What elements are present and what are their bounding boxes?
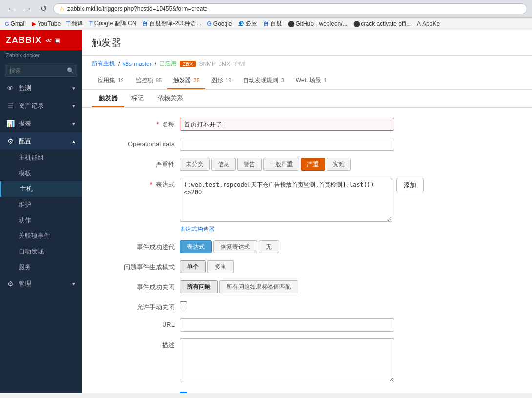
sidebar-item-reports[interactable]: 📊 报表 ▼: [0, 115, 82, 132]
reports-label: 报表: [19, 119, 31, 128]
breadcrumb-all-hosts[interactable]: 所有主机: [92, 60, 115, 68]
reload-button[interactable]: ↺: [38, 3, 49, 14]
config-icon: ⚙: [6, 137, 15, 145]
sev-warning[interactable]: 警告: [237, 158, 262, 171]
bookmark-translate[interactable]: T 翻译: [66, 20, 83, 28]
ipmi-badge: IPMI: [233, 61, 246, 67]
expression-row: * 表达式 (:web.test.rspcode[天下仓广告投放首页监测,首页检…: [97, 178, 517, 233]
ok-close-all[interactable]: 所有问题: [180, 280, 218, 293]
admin-arrow: ▼: [71, 281, 76, 287]
problem-single[interactable]: 单个: [180, 260, 206, 273]
sidebar-item-monitor[interactable]: 👁 监测 ▼: [0, 80, 82, 97]
monitor-icon: 👁: [6, 84, 15, 92]
subtab-tags[interactable]: 标记: [124, 90, 151, 107]
bookmark-appke[interactable]: A AppKe: [417, 21, 440, 27]
manual-close-checkbox[interactable]: [180, 301, 187, 309]
sidebar-item-corr-events[interactable]: 关联项事件: [0, 228, 82, 244]
name-input[interactable]: [180, 118, 394, 131]
sidebar: ZABBIX ≪ ▣ Zabbix docker 🔍 👁 监测 ▼ ☰ 资产记录…: [0, 30, 82, 393]
sev-disaster[interactable]: 灾难: [327, 158, 351, 171]
sidebar-item-maintenance[interactable]: 维护: [0, 197, 82, 212]
url-input[interactable]: [180, 318, 394, 332]
op-data-input[interactable]: [180, 138, 394, 151]
ok-close-tag-match[interactable]: 所有问题如果标签值匹配: [219, 280, 298, 293]
search-input[interactable]: [5, 65, 77, 77]
sev-average[interactable]: 一般严重: [263, 158, 299, 171]
tab-graphs[interactable]: 图形 19: [205, 72, 238, 89]
expr-builder-link[interactable]: 表达式构造器: [180, 225, 215, 233]
bookmark-gmail[interactable]: G Gmail: [5, 21, 26, 27]
sidebar-item-service[interactable]: 服务: [0, 259, 82, 275]
expression-add-button[interactable]: 添加: [396, 178, 424, 192]
ok-event-none[interactable]: 无: [259, 240, 279, 253]
bookmark-crack-activate[interactable]: ⬤ crack activate offi...: [353, 21, 411, 27]
sev-high[interactable]: 严重: [301, 158, 325, 171]
ok-close-row: 事件成功关闭 所有问题 所有问题如果标签值匹配: [97, 280, 517, 293]
ok-event-row: 事件成功述代 表达式 恢复表达式 无: [97, 240, 517, 253]
sidebar-item-action[interactable]: 动作: [0, 212, 82, 228]
sidebar-item-admin[interactable]: ⚙ 管理 ▼: [0, 275, 82, 293]
severity-label: 严重性: [97, 158, 175, 169]
zbx-badge: ZBX: [180, 61, 196, 67]
tab-appsets[interactable]: 应用集 19: [92, 72, 130, 89]
bookmark-baidu-translate[interactable]: 百 百度翻译-200种语...: [142, 20, 201, 28]
sidebar-item-config[interactable]: ⚙ 配置 ▲: [0, 132, 82, 150]
desc-label: 描述: [97, 338, 175, 350]
bookmark-google-translate-cn[interactable]: T Google 翻译 CN: [89, 20, 136, 28]
url-label: URL: [97, 318, 175, 328]
severity-group: 未分类 信息 警告 一般严重 严重 灾难: [180, 158, 351, 171]
crack-label: crack activate offi...: [361, 21, 411, 27]
sep2: /: [155, 61, 156, 67]
sidebar-item-assets[interactable]: ☰ 资产记录 ▼: [0, 97, 82, 115]
severity-row: 严重性 未分类 信息 警告 一般严重 严重 灾难: [97, 158, 517, 171]
address-bar[interactable]: ⚠ zabbix.mkl.io/triggers.php?hostid=1045…: [53, 3, 527, 14]
search-area: 🔍: [5, 65, 77, 77]
ok-event-expr[interactable]: 表达式: [180, 240, 212, 253]
snmp-badge: SNMP: [199, 61, 216, 67]
subtab-deps[interactable]: 依赖关系: [151, 90, 190, 107]
tab-triggers[interactable]: 触发器 36: [167, 72, 205, 89]
enabled-label: 已启用: [97, 391, 175, 393]
bookmark-bing[interactable]: 必 必应: [238, 20, 257, 28]
sev-info[interactable]: 信息: [211, 158, 236, 171]
gt-cn-icon: T: [89, 21, 92, 27]
bookmark-github[interactable]: ⬤ GitHub - webleon/...: [288, 21, 348, 27]
ok-event-recovery[interactable]: 恢复表达式: [213, 240, 257, 253]
ok-close-group: 所有问题 所有问题如果标签值匹配: [180, 280, 298, 293]
bookmarks-bar: G Gmail ▶ YouTube T 翻译 T Google 翻译 CN 百 …: [0, 18, 532, 30]
jmx-badge: JMX: [219, 61, 230, 67]
enabled-badge: 已启用: [159, 60, 177, 68]
enabled-checkbox[interactable]: [180, 392, 187, 393]
monitor-label: 监测: [19, 84, 31, 93]
ok-close-label: 事件成功关闭: [97, 280, 175, 292]
sidebar-item-template[interactable]: 模板: [0, 166, 82, 181]
forward-button[interactable]: →: [21, 3, 34, 14]
breadcrumb-host[interactable]: k8s-master: [123, 61, 151, 67]
bookmark-youtube[interactable]: ▶ YouTube: [32, 21, 61, 27]
baidu-icon: 百: [263, 20, 269, 28]
sidebar-item-hostgroup[interactable]: 主机群组: [0, 150, 82, 166]
url-text: zabbix.mkl.io/triggers.php?hostid=10455&…: [67, 5, 208, 12]
back-button[interactable]: ←: [5, 3, 18, 14]
bookmark-baidu[interactable]: 百 百度: [263, 20, 282, 28]
problem-multiple[interactable]: 多重: [207, 260, 234, 273]
ok-event-label: 事件成功述代: [97, 240, 175, 251]
desc-textarea[interactable]: [180, 338, 394, 382]
sidebar-item-autodiscovery[interactable]: 自动发现: [0, 244, 82, 259]
page-header: 触发器: [82, 30, 532, 56]
problem-event-group: 单个 多重: [180, 260, 234, 273]
url-row: URL: [97, 318, 517, 332]
sev-unclassified[interactable]: 未分类: [180, 158, 210, 171]
bookmark-google[interactable]: G Google: [207, 21, 232, 27]
sidebar-item-host[interactable]: 主机: [0, 181, 82, 197]
browser-bar: ← → ↺ ⚠ zabbix.mkl.io/triggers.php?hosti…: [0, 0, 532, 18]
tab-discovery[interactable]: 自动发现规则 3: [237, 72, 289, 89]
tab-web[interactable]: Web 场景 1: [290, 72, 332, 89]
tab-monitors[interactable]: 监控项 95: [130, 72, 168, 89]
subtab-triggers[interactable]: 触发器: [92, 90, 124, 107]
logo-area: ZABBIX ≪ ▣: [0, 30, 82, 50]
sidebar-nav: 👁 监测 ▼ ☰ 资产记录 ▼ 📊 报表 ▼ ⚙ 配置 ▲ 主机群组: [0, 80, 82, 393]
reports-arrow: ▼: [71, 121, 76, 126]
expression-textarea[interactable]: (:web.test.rspcode[天下仓广告投放首页监测,首页检测].las…: [180, 178, 392, 222]
config-arrow: ▲: [71, 139, 76, 144]
